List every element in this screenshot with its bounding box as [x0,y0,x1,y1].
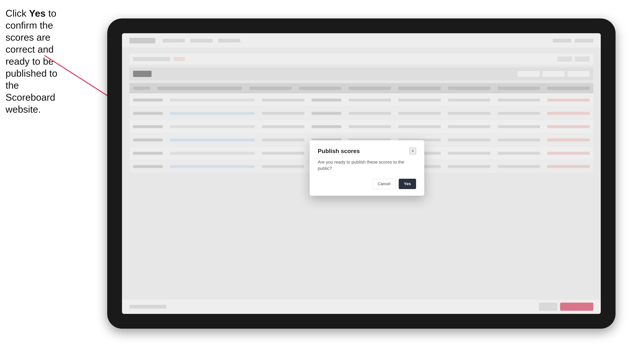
modal-overlay: Publish scores × Are you ready to publis… [122,33,601,314]
tablet-device: Publish scores × Are you ready to publis… [107,18,616,329]
modal-footer: Cancel Yes [318,179,416,189]
modal-close-button[interactable]: × [410,148,416,154]
modal-yes-button[interactable]: Yes [399,179,416,189]
modal-title: Publish scores [318,148,360,155]
modal-header: Publish scores × [318,148,416,155]
modal-body-text: Are you ready to publish these scores to… [318,159,416,171]
tablet-screen: Publish scores × Are you ready to publis… [122,33,601,314]
instruction-text: Click Yes to confirm the scores are corr… [6,7,59,115]
publish-scores-dialog: Publish scores × Are you ready to publis… [310,140,424,196]
modal-cancel-button[interactable]: Cancel [372,179,396,189]
